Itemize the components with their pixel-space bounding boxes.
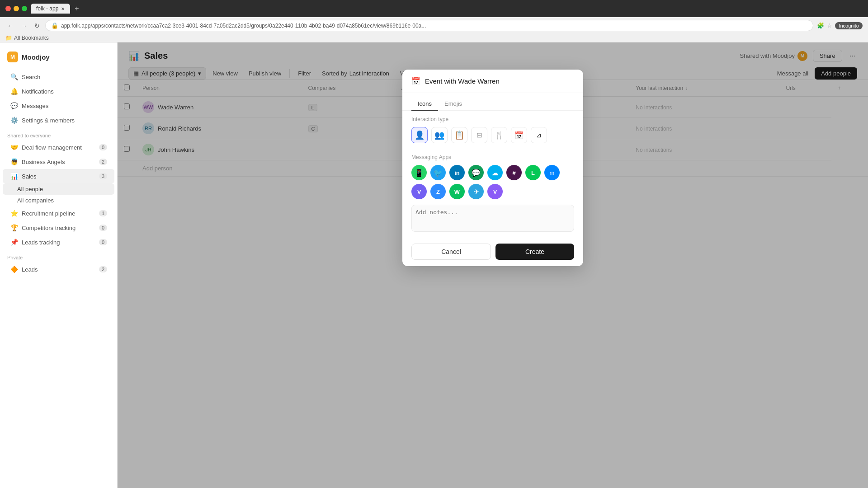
bookmarks-folder-icon: 📁 [5,35,12,41]
event-title-input[interactable] [425,77,574,85]
viber2-icon[interactable]: V [411,184,427,199]
tab-emojis[interactable]: Emojis [438,98,468,111]
messaging-apps-label: Messaging Apps [402,149,583,163]
icon-food[interactable]: 🍴 [491,127,507,143]
settings-icon: ⚙️ [10,116,18,124]
browser-actions: 🧩 ☆ Incognito [817,22,863,29]
icon-group[interactable]: 👥 [431,127,448,143]
sidebar-subitem-all-companies[interactable]: All companies [3,195,114,206]
icon-calendar[interactable]: 📅 [511,127,527,143]
competitors-icon: 🏆 [10,224,18,232]
address-text: app.folk.app/apps/contacts/network/ccaa7… [61,23,807,29]
deal-flow-icon: 🤝 [10,143,18,151]
sidebar-item-settings-label: Settings & members [22,117,75,124]
sidebar-item-deal-flow[interactable]: 🤝 Deal flow management 0 [3,140,114,155]
hangouts-icon[interactable]: 💬 [468,165,484,180]
icon-task[interactable]: ⊟ [471,127,487,143]
cancel-button[interactable]: Cancel [411,244,491,260]
bookmarks-label: All Bookmarks [14,35,49,41]
sidebar-item-business-angels-label: Business Angels [22,159,65,165]
slack-icon[interactable]: # [506,165,522,180]
interaction-type-label: Interaction type [402,111,583,125]
bookmark-icon[interactable]: ☆ [827,22,832,29]
private-section-label: Private [0,249,117,262]
sidebar-subitem-all-people[interactable]: All people [3,183,114,195]
competitors-badge: 0 [99,225,107,231]
reload-btn[interactable]: ↻ [33,21,42,30]
sidebar-item-settings[interactable]: ⚙️ Settings & members [3,113,114,127]
icon-filter[interactable]: ⊿ [531,127,547,143]
wechat-icon[interactable]: W [449,184,465,199]
sidebar-brand: M Moodjoy [0,48,117,70]
address-bar[interactable]: 🔒 app.folk.app/apps/contacts/network/cca… [45,20,813,31]
telegram-icon[interactable]: ✈ [468,184,484,199]
app-container: M Moodjoy 🔍 Search 🔔 Notifications 💬 Mes… [0,42,868,488]
icon-notes[interactable]: 📋 [451,127,467,143]
close-window-btn[interactable] [5,6,11,11]
maximize-window-btn[interactable] [22,6,27,11]
sidebar-item-leads[interactable]: 🔶 Leads 2 [3,262,114,277]
sidebar-item-competitors[interactable]: 🏆 Competitors tracking 0 [3,221,114,235]
tab-close-icon[interactable]: ✕ [61,6,65,11]
sales-icon: 📊 [10,172,18,180]
recruitment-icon: ⭐ [10,209,18,217]
modal: 📅 Icons Emojis Interaction type 👤 👥 📋 [402,70,583,266]
main-content: 📊 Sales Shared with Moodjoy M Share ··· … [118,42,868,488]
shared-section-label: Shared to everyone [0,127,117,140]
messenger-icon[interactable]: m [544,165,560,180]
browser-chrome: folk - app ✕ + [0,0,868,17]
brand-icon: M [7,52,18,62]
bookmarks-bar: 📁 All Bookmarks [0,34,868,42]
sidebar-item-competitors-label: Competitors tracking [22,225,75,231]
sidebar-item-recruitment-label: Recruitment pipeline [22,210,75,217]
sidebar-item-leads-label: Leads [22,266,38,273]
extensions-icon: 🧩 [817,22,824,29]
leads-icon: 🔶 [10,265,18,273]
linkedin-icon[interactable]: in [449,165,465,180]
back-btn[interactable]: ← [5,21,15,30]
new-tab-btn[interactable]: + [72,5,81,13]
twitter-icon[interactable]: 🐦 [430,165,446,180]
zoom-icon[interactable]: Z [430,184,446,199]
modal-overlay[interactable]: 📅 Icons Emojis Interaction type 👤 👥 📋 [118,42,868,488]
sidebar-item-messages-label: Messages [22,103,48,109]
leads-badge: 2 [99,266,107,272]
whatsapp-icon[interactable]: 📱 [411,165,427,180]
create-button[interactable]: Create [495,244,574,260]
window-controls [5,6,27,11]
leads-tracking-badge: 0 [99,239,107,245]
sidebar-item-notifications-label: Notifications [22,88,54,95]
modal-notes-textarea[interactable] [411,205,574,232]
sidebar-item-messages[interactable]: 💬 Messages [3,99,114,113]
minimize-window-btn[interactable] [14,6,19,11]
notifications-icon: 🔔 [10,87,18,95]
tab-icons[interactable]: Icons [411,98,438,111]
brand-name: Moodjoy [22,53,50,61]
sidebar-item-sales[interactable]: 📊 Sales 3 [3,169,114,183]
modal-textarea-area [402,205,583,237]
sidebar-item-leads-tracking[interactable]: 📌 Leads tracking 0 [3,235,114,249]
active-tab[interactable]: folk - app ✕ [31,4,70,14]
sidebar-item-business-angels[interactable]: 👼 Business Angels 2 [3,155,114,169]
messages-icon: 💬 [10,102,18,110]
deal-flow-badge: 0 [99,144,107,150]
sidebar-item-search[interactable]: 🔍 Search [3,70,114,84]
sidebar-item-leads-tracking-label: Leads tracking [22,239,60,246]
viber-icon[interactable]: V [487,184,503,199]
line-icon[interactable]: L [525,165,541,180]
incognito-badge: Incognito [835,22,863,29]
tab-bar: folk - app ✕ + [31,4,82,14]
sidebar-item-recruitment[interactable]: ⭐ Recruitment pipeline 1 [3,206,114,221]
lock-icon: 🔒 [51,22,58,29]
sales-badge: 3 [99,173,107,179]
icon-person[interactable]: 👤 [411,127,428,143]
messaging-apps-icons: 📱 🐦 in 💬 ☁ # L m V Z W ✈ V [402,163,583,205]
sidebar-item-notifications[interactable]: 🔔 Notifications [3,84,114,99]
modal-footer: Cancel Create [402,237,583,266]
forward-btn[interactable]: → [19,21,29,30]
skype-icon[interactable]: ☁ [487,165,503,180]
calendar-icon: 📅 [411,77,420,85]
sidebar-item-sales-label: Sales [22,173,37,180]
sidebar-item-search-label: Search [22,74,40,80]
all-companies-label: All companies [17,197,54,204]
